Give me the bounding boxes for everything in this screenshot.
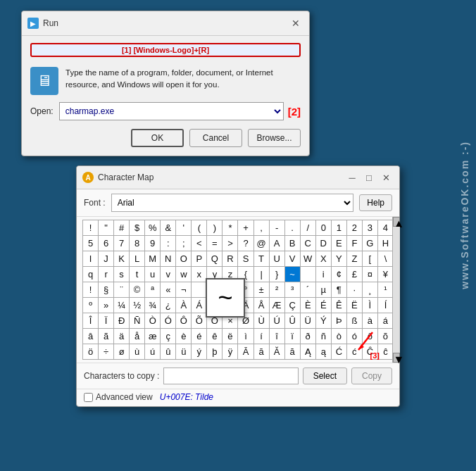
char-cell[interactable]: Û: [285, 313, 301, 329]
char-cell[interactable]: Þ: [332, 313, 347, 329]
char-cell[interactable]: Ā: [238, 344, 253, 360]
char-cell[interactable]: ²: [270, 282, 285, 298]
char-cell[interactable]: 5: [83, 236, 99, 251]
char-cell[interactable]: I: [83, 251, 99, 267]
char-cell[interactable]: ½: [130, 298, 145, 313]
char-cell[interactable]: R: [223, 251, 238, 267]
char-cell[interactable]: È: [301, 298, 316, 313]
char-cell[interactable]: °: [238, 282, 253, 298]
char-cell[interactable]: ó: [347, 329, 363, 344]
char-cell[interactable]: ,: [254, 220, 270, 236]
char-cell[interactable]: ¢: [332, 267, 347, 282]
char-cell[interactable]: Ù: [254, 313, 270, 329]
char-cell[interactable]: /: [301, 220, 316, 236]
char-cell[interactable]: ý: [192, 344, 207, 360]
char-cell[interactable]: x: [192, 267, 207, 282]
char-cell[interactable]: þ: [207, 344, 223, 360]
char-cell[interactable]: Ĉ: [363, 344, 378, 360]
char-cell[interactable]: ă: [285, 344, 301, 360]
charmap-minimize-button[interactable]: ─: [344, 170, 360, 185]
char-cell[interactable]: Ö: [207, 313, 223, 329]
char-cell[interactable]: &: [161, 220, 176, 236]
char-cell[interactable]: ÿ: [223, 344, 238, 360]
char-cell[interactable]: è: [176, 329, 192, 344]
char-cell[interactable]: 7: [114, 236, 130, 251]
char-cell[interactable]: ĉ: [378, 344, 394, 360]
char-cell[interactable]: s: [114, 267, 130, 282]
char-cell[interactable]: ü: [176, 344, 192, 360]
char-cell[interactable]: ß: [347, 313, 363, 329]
char-cell[interactable]: +: [238, 220, 253, 236]
char-cell[interactable]: i: [316, 267, 332, 282]
char-cell[interactable]: <: [192, 236, 207, 251]
char-cell[interactable]: [301, 267, 316, 282]
char-cell[interactable]: F: [347, 236, 363, 251]
char-cell[interactable]: V: [285, 251, 301, 267]
char-cell[interactable]: ú: [145, 344, 161, 360]
charmap-advanced-view-checkbox[interactable]: [84, 393, 93, 402]
char-cell[interactable]: à: [363, 313, 378, 329]
char-cell[interactable]: u: [145, 267, 161, 282]
char-cell[interactable]: ë: [223, 329, 238, 344]
char-cell[interactable]: û: [161, 344, 176, 360]
char-cell[interactable]: ¿: [161, 298, 176, 313]
char-cell[interactable]: S: [238, 251, 253, 267]
char-cell[interactable]: ¼: [114, 298, 130, 313]
char-cell[interactable]: ­: [192, 282, 207, 298]
char-cell[interactable]: ": [99, 220, 114, 236]
char-cell[interactable]: Æ: [270, 298, 285, 313]
char-cell[interactable]: Ç: [285, 298, 301, 313]
char-cell[interactable]: µ: [316, 282, 332, 298]
char-cell[interactable]: Ă: [270, 344, 285, 360]
run-cancel-button[interactable]: Cancel: [189, 129, 242, 147]
char-cell[interactable]: }: [270, 267, 285, 282]
char-cell[interactable]: (: [192, 220, 207, 236]
char-cell[interactable]: \: [378, 251, 394, 267]
char-cell[interactable]: 0: [316, 220, 332, 236]
char-cell[interactable]: w: [176, 267, 192, 282]
char-cell[interactable]: À: [176, 298, 192, 313]
run-open-select[interactable]: charmap.exe: [59, 102, 284, 120]
char-cell[interactable]: ï: [285, 329, 301, 344]
char-cell[interactable]: O: [176, 251, 192, 267]
char-cell[interactable]: *: [223, 220, 238, 236]
char-cell[interactable]: ¯: [223, 282, 238, 298]
char-cell[interactable]: »: [99, 298, 114, 313]
char-cell[interactable]: Ý: [316, 313, 332, 329]
char-cell[interactable]: Ï: [99, 313, 114, 329]
char-cell[interactable]: ~: [285, 267, 301, 282]
char-cell[interactable]: ¨: [114, 282, 130, 298]
char-cell[interactable]: M: [145, 251, 161, 267]
char-cell[interactable]: $: [130, 220, 145, 236]
char-cell[interactable]: Ò: [145, 313, 161, 329]
char-cell[interactable]: Ë: [347, 298, 363, 313]
char-cell[interactable]: õ: [378, 329, 394, 344]
char-cell[interactable]: =: [207, 236, 223, 251]
char-cell[interactable]: ¹: [378, 282, 394, 298]
char-cell[interactable]: Õ: [192, 313, 207, 329]
char-cell[interactable]: î: [270, 329, 285, 344]
char-cell[interactable]: ´: [301, 282, 316, 298]
char-cell[interactable]: ą: [316, 344, 332, 360]
char-cell[interactable]: ù: [130, 344, 145, 360]
char-cell[interactable]: Ć: [332, 344, 347, 360]
char-cell[interactable]: é: [192, 329, 207, 344]
char-cell[interactable]: 9: [145, 236, 161, 251]
char-cell[interactable]: T: [254, 251, 270, 267]
charmap-advanced-view-label[interactable]: Advanced view: [84, 392, 153, 402]
char-cell[interactable]: Q: [207, 251, 223, 267]
char-cell[interactable]: G: [363, 236, 378, 251]
char-cell[interactable]: ±: [254, 282, 270, 298]
char-cell[interactable]: â: [83, 329, 99, 344]
char-cell[interactable]: >: [223, 236, 238, 251]
char-cell[interactable]: Ì: [363, 298, 378, 313]
char-cell[interactable]: !: [83, 220, 99, 236]
char-cell[interactable]: ?: [238, 236, 253, 251]
char-cell[interactable]: ä: [114, 329, 130, 344]
char-cell[interactable]: º: [83, 298, 99, 313]
char-cell[interactable]: A: [270, 236, 285, 251]
char-cell[interactable]: ;: [176, 236, 192, 251]
run-browse-button[interactable]: Browse...: [248, 129, 301, 147]
char-cell[interactable]: v: [161, 267, 176, 282]
char-cell[interactable]: q: [83, 267, 99, 282]
